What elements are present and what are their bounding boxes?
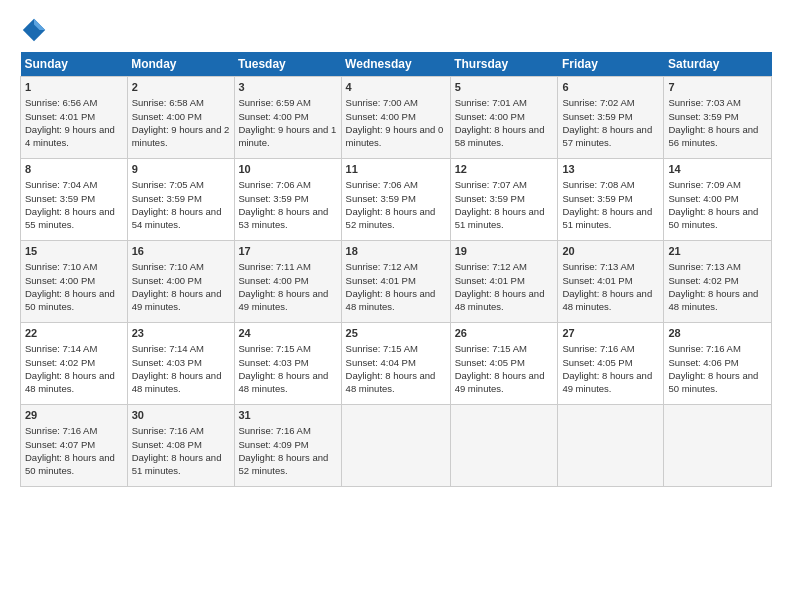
- sunset-text: Sunset: 3:59 PM: [25, 193, 95, 204]
- day-cell: 4Sunrise: 7:00 AMSunset: 4:00 PMDaylight…: [341, 77, 450, 159]
- daylight-text: Daylight: 9 hours and 4 minutes.: [25, 124, 115, 148]
- day-number: 12: [455, 162, 554, 177]
- day-cell: 24Sunrise: 7:15 AMSunset: 4:03 PMDayligh…: [234, 323, 341, 405]
- header-row: SundayMondayTuesdayWednesdayThursdayFrid…: [21, 52, 772, 77]
- day-number: 17: [239, 244, 337, 259]
- sunrise-text: Sunrise: 7:00 AM: [346, 97, 418, 108]
- sunrise-text: Sunrise: 7:04 AM: [25, 179, 97, 190]
- sunrise-text: Sunrise: 7:16 AM: [132, 425, 204, 436]
- sunrise-text: Sunrise: 7:14 AM: [25, 343, 97, 354]
- daylight-text: Daylight: 8 hours and 48 minutes.: [239, 370, 329, 394]
- day-cell: 8Sunrise: 7:04 AMSunset: 3:59 PMDaylight…: [21, 159, 128, 241]
- sunset-text: Sunset: 4:07 PM: [25, 439, 95, 450]
- sunset-text: Sunset: 4:01 PM: [346, 275, 416, 286]
- day-number: 21: [668, 244, 767, 259]
- day-number: 11: [346, 162, 446, 177]
- sunset-text: Sunset: 3:59 PM: [668, 111, 738, 122]
- week-row-4: 22Sunrise: 7:14 AMSunset: 4:02 PMDayligh…: [21, 323, 772, 405]
- day-cell: [558, 405, 664, 487]
- daylight-text: Daylight: 8 hours and 51 minutes.: [132, 452, 222, 476]
- header-cell-thursday: Thursday: [450, 52, 558, 77]
- day-number: 15: [25, 244, 123, 259]
- day-number: 20: [562, 244, 659, 259]
- day-cell: 3Sunrise: 6:59 AMSunset: 4:00 PMDaylight…: [234, 77, 341, 159]
- day-number: 6: [562, 80, 659, 95]
- daylight-text: Daylight: 8 hours and 48 minutes.: [668, 288, 758, 312]
- sunset-text: Sunset: 3:59 PM: [132, 193, 202, 204]
- sunrise-text: Sunrise: 6:59 AM: [239, 97, 311, 108]
- day-number: 16: [132, 244, 230, 259]
- sunrise-text: Sunrise: 7:16 AM: [668, 343, 740, 354]
- sunrise-text: Sunrise: 7:08 AM: [562, 179, 634, 190]
- sunset-text: Sunset: 4:04 PM: [346, 357, 416, 368]
- day-number: 24: [239, 326, 337, 341]
- week-row-1: 1Sunrise: 6:56 AMSunset: 4:01 PMDaylight…: [21, 77, 772, 159]
- sunset-text: Sunset: 4:00 PM: [346, 111, 416, 122]
- sunset-text: Sunset: 4:02 PM: [668, 275, 738, 286]
- day-cell: 22Sunrise: 7:14 AMSunset: 4:02 PMDayligh…: [21, 323, 128, 405]
- daylight-text: Daylight: 8 hours and 48 minutes.: [455, 288, 545, 312]
- sunrise-text: Sunrise: 6:58 AM: [132, 97, 204, 108]
- day-cell: 30Sunrise: 7:16 AMSunset: 4:08 PMDayligh…: [127, 405, 234, 487]
- sunrise-text: Sunrise: 7:14 AM: [132, 343, 204, 354]
- day-number: 14: [668, 162, 767, 177]
- sunset-text: Sunset: 4:01 PM: [25, 111, 95, 122]
- daylight-text: Daylight: 8 hours and 54 minutes.: [132, 206, 222, 230]
- sunset-text: Sunset: 4:08 PM: [132, 439, 202, 450]
- sunset-text: Sunset: 4:06 PM: [668, 357, 738, 368]
- sunrise-text: Sunrise: 7:06 AM: [239, 179, 311, 190]
- week-row-3: 15Sunrise: 7:10 AMSunset: 4:00 PMDayligh…: [21, 241, 772, 323]
- day-number: 18: [346, 244, 446, 259]
- daylight-text: Daylight: 8 hours and 50 minutes.: [25, 452, 115, 476]
- daylight-text: Daylight: 8 hours and 49 minutes.: [455, 370, 545, 394]
- day-cell: 5Sunrise: 7:01 AMSunset: 4:00 PMDaylight…: [450, 77, 558, 159]
- sunrise-text: Sunrise: 7:16 AM: [562, 343, 634, 354]
- day-cell: 20Sunrise: 7:13 AMSunset: 4:01 PMDayligh…: [558, 241, 664, 323]
- daylight-text: Daylight: 8 hours and 48 minutes.: [25, 370, 115, 394]
- daylight-text: Daylight: 8 hours and 52 minutes.: [239, 452, 329, 476]
- day-number: 27: [562, 326, 659, 341]
- day-cell: 13Sunrise: 7:08 AMSunset: 3:59 PMDayligh…: [558, 159, 664, 241]
- daylight-text: Daylight: 8 hours and 57 minutes.: [562, 124, 652, 148]
- day-number: 2: [132, 80, 230, 95]
- sunset-text: Sunset: 4:05 PM: [455, 357, 525, 368]
- day-number: 9: [132, 162, 230, 177]
- sunset-text: Sunset: 3:59 PM: [562, 193, 632, 204]
- sunrise-text: Sunrise: 7:16 AM: [25, 425, 97, 436]
- header-cell-monday: Monday: [127, 52, 234, 77]
- sunrise-text: Sunrise: 7:05 AM: [132, 179, 204, 190]
- day-cell: 27Sunrise: 7:16 AMSunset: 4:05 PMDayligh…: [558, 323, 664, 405]
- sunrise-text: Sunrise: 7:10 AM: [25, 261, 97, 272]
- day-cell: 16Sunrise: 7:10 AMSunset: 4:00 PMDayligh…: [127, 241, 234, 323]
- day-cell: 1Sunrise: 6:56 AMSunset: 4:01 PMDaylight…: [21, 77, 128, 159]
- day-number: 19: [455, 244, 554, 259]
- daylight-text: Daylight: 8 hours and 50 minutes.: [25, 288, 115, 312]
- sunset-text: Sunset: 4:05 PM: [562, 357, 632, 368]
- sunset-text: Sunset: 3:59 PM: [455, 193, 525, 204]
- day-number: 29: [25, 408, 123, 423]
- daylight-text: Daylight: 8 hours and 58 minutes.: [455, 124, 545, 148]
- day-cell: 26Sunrise: 7:15 AMSunset: 4:05 PMDayligh…: [450, 323, 558, 405]
- daylight-text: Daylight: 9 hours and 1 minute.: [239, 124, 337, 148]
- daylight-text: Daylight: 8 hours and 51 minutes.: [562, 206, 652, 230]
- sunrise-text: Sunrise: 7:10 AM: [132, 261, 204, 272]
- sunset-text: Sunset: 3:59 PM: [346, 193, 416, 204]
- day-number: 28: [668, 326, 767, 341]
- day-cell: 9Sunrise: 7:05 AMSunset: 3:59 PMDaylight…: [127, 159, 234, 241]
- day-number: 3: [239, 80, 337, 95]
- sunset-text: Sunset: 4:00 PM: [668, 193, 738, 204]
- sunrise-text: Sunrise: 7:15 AM: [346, 343, 418, 354]
- header-cell-friday: Friday: [558, 52, 664, 77]
- daylight-text: Daylight: 8 hours and 55 minutes.: [25, 206, 115, 230]
- logo: [20, 16, 52, 44]
- day-number: 10: [239, 162, 337, 177]
- day-number: 23: [132, 326, 230, 341]
- sunset-text: Sunset: 4:00 PM: [132, 111, 202, 122]
- daylight-text: Daylight: 9 hours and 0 minutes.: [346, 124, 444, 148]
- day-cell: [341, 405, 450, 487]
- calendar-table: SundayMondayTuesdayWednesdayThursdayFrid…: [20, 52, 772, 487]
- sunrise-text: Sunrise: 7:13 AM: [668, 261, 740, 272]
- day-cell: 23Sunrise: 7:14 AMSunset: 4:03 PMDayligh…: [127, 323, 234, 405]
- header-cell-saturday: Saturday: [664, 52, 772, 77]
- sunset-text: Sunset: 4:00 PM: [455, 111, 525, 122]
